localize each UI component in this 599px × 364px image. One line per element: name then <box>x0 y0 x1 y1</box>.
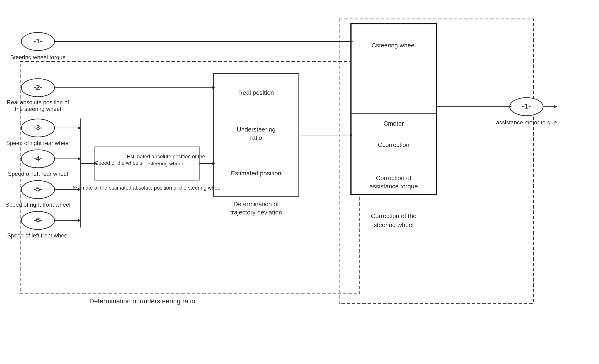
cmotor-label: Cmotor <box>383 120 404 127</box>
correction-steering-label: Correction of the <box>371 212 416 219</box>
input-1-text: Steering wheel torque <box>10 54 65 61</box>
correction-assistance-label: Correction of <box>376 174 412 182</box>
input-2-text2: the steering wheel <box>15 106 61 112</box>
trajectory-deviation-label: Determination of <box>234 200 279 208</box>
input-2-text: Real absolute position of <box>7 99 69 105</box>
csteering-wheel-label: Csteering wheel <box>372 42 416 49</box>
speed-wheels-label: Speed of the wheels <box>95 160 142 166</box>
input-3-label: -3- <box>34 123 43 131</box>
input-6-label: -6- <box>34 216 43 224</box>
estimated-abs-pos-label: Estimated absolute position of the <box>127 154 205 159</box>
input-4-label: -4- <box>34 154 43 162</box>
estimate-label: Estimate of the estimated absolute posit… <box>72 185 222 191</box>
input-6-text: Speed of left front wheel <box>7 232 69 239</box>
estimated-abs-pos-label2: steering wheel <box>149 161 183 167</box>
input-2-label: -2- <box>34 83 43 91</box>
diagram: Determination of understeering ratio Cst… <box>0 0 599 364</box>
svg-rect-3 <box>351 24 436 194</box>
output-1-label: -1- <box>522 102 531 110</box>
correction-steering-label2: steering wheel <box>374 221 414 228</box>
input-5-label: -5- <box>34 185 43 193</box>
input-5-text: Speed of right front wheel <box>5 201 70 208</box>
estimated-position-label: Estimated position <box>231 170 281 177</box>
input-1-label: -1- <box>34 37 43 45</box>
ccorrection-label: Ccorrection <box>378 141 410 148</box>
correction-assistance-label2: assistance torque <box>370 183 418 190</box>
understeering-box-label: Determination of understeering ratio <box>89 297 195 305</box>
trajectory-deviation-label2: trajectory deviation <box>230 209 282 216</box>
real-position-label: Real position <box>238 89 274 96</box>
input-4-text: Speed of left rear wheel <box>8 171 68 177</box>
understeering-ratio-label2: ratio <box>250 134 262 141</box>
output-1-text: assistance motor torque <box>496 119 557 126</box>
understeering-ratio-label: Understeering <box>237 126 275 133</box>
input-3-text: Speed of right rear wheel <box>6 140 70 146</box>
svg-rect-0 <box>0 0 599 364</box>
